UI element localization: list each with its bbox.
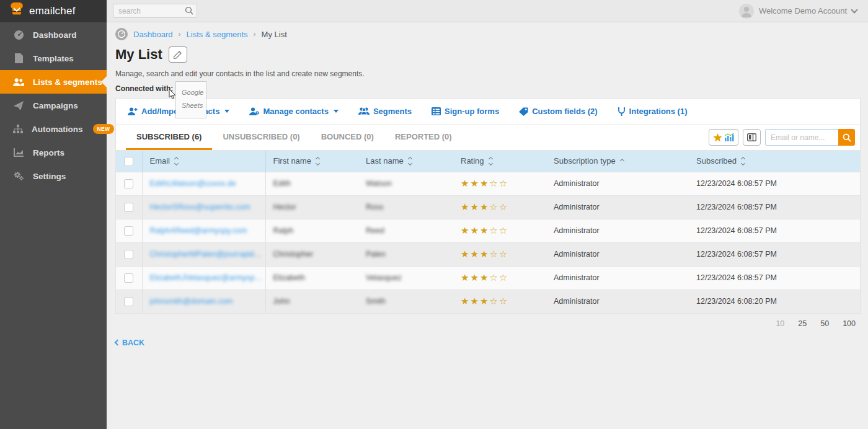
select-all-checkbox[interactable]: [124, 157, 133, 166]
back-button[interactable]: BACK: [115, 338, 144, 347]
connected-with-label: Connected with:: [115, 84, 173, 93]
sidebar-item-automations[interactable]: Automations NEW: [0, 117, 107, 141]
tab-bounced[interactable]: BOUNCED (0): [311, 125, 384, 150]
account-label: Welcome Demo Account: [759, 6, 847, 15]
row-checkbox[interactable]: [124, 273, 133, 283]
file-icon: [13, 53, 24, 63]
topbar: emailchef Welcome Demo Account: [0, 0, 868, 22]
row-checkbox[interactable]: [124, 203, 133, 212]
brand-logo[interactable]: emailchef: [0, 0, 107, 22]
chef-hat-icon: [9, 2, 25, 20]
subscribed-date: 12/23/2024 6:08:57 PM: [689, 219, 860, 242]
sidebar-item-reports[interactable]: Reports: [0, 141, 107, 164]
column-header-rating[interactable]: Rating: [461, 156, 546, 166]
column-header-email[interactable]: Email: [150, 156, 265, 166]
subscribed-date: 12/23/2024 6:08:20 PM: [689, 290, 860, 313]
row-checkbox[interactable]: [124, 226, 133, 236]
connected-with-row: Connected with: Google Sheets: [115, 84, 861, 94]
contact-first-name: Edith: [273, 179, 291, 188]
pencil-icon: [174, 51, 182, 59]
sitemap-icon: [13, 125, 23, 134]
rating-stars: ★★★☆☆: [461, 296, 508, 306]
breadcrumb-dashboard[interactable]: Dashboard: [133, 30, 173, 39]
edit-list-name-button[interactable]: [169, 46, 187, 63]
manage-contacts-button[interactable]: Manage contacts: [249, 107, 338, 116]
rating-stars: ★★★☆☆: [461, 225, 508, 236]
form-icon: [432, 107, 441, 115]
row-checkbox[interactable]: [124, 179, 133, 188]
search-icon: [185, 6, 193, 15]
contact-search-input[interactable]: [765, 129, 838, 146]
table-row: RalphAReed@armyspy.com Ralph Reed ★★★☆☆ …: [116, 219, 860, 242]
table-header-row: Email First name Last name Rating Subscr…: [116, 151, 860, 172]
column-header-first-name[interactable]: First name: [273, 156, 359, 166]
row-checkbox[interactable]: [124, 297, 133, 306]
page-size-25[interactable]: 25: [798, 319, 807, 328]
sidebar-item-templates[interactable]: Templates: [0, 46, 107, 70]
contact-last-name: Reed: [366, 226, 384, 235]
rating-stats-button[interactable]: [709, 129, 738, 146]
caret-down-icon: [334, 110, 339, 113]
sidebar-item-lists-segments[interactable]: Lists & segments: [0, 70, 107, 94]
segments-button[interactable]: Segments: [358, 107, 412, 116]
caret-down-icon: [224, 110, 229, 113]
contact-search: [765, 129, 855, 146]
subscription-type: Administrator: [546, 290, 689, 313]
mouse-cursor-icon: [169, 89, 176, 102]
account-menu[interactable]: Welcome Demo Account: [739, 4, 857, 19]
breadcrumb-home-icon[interactable]: [115, 28, 128, 40]
sidebar: Dashboard Templates Lists & segments Cam…: [0, 22, 107, 429]
page-subtitle: Manage, search and edit your contacts in…: [115, 69, 861, 78]
breadcrumb-separator: ›: [254, 30, 256, 38]
users-icon: [13, 77, 24, 87]
sidebar-item-dashboard[interactable]: Dashboard: [0, 23, 107, 46]
contact-search-button[interactable]: [838, 129, 855, 146]
subscription-type: Administrator: [546, 172, 689, 195]
contact-email-link[interactable]: johnsmith@domain.com: [150, 297, 263, 306]
tab-subscribed[interactable]: SUBSCRIBED (6): [126, 125, 212, 150]
rating-stars: ★★★☆☆: [461, 272, 508, 283]
contact-last-name: Ross: [366, 203, 383, 211]
chevron-left-icon: [115, 340, 121, 346]
row-checkbox[interactable]: [124, 250, 133, 259]
group-icon: [358, 107, 370, 115]
page-size-100[interactable]: 100: [843, 319, 856, 328]
sidebar-item-campaigns[interactable]: Campaigns: [0, 94, 107, 117]
rating-stars: ★★★☆☆: [461, 249, 508, 259]
page-size-50[interactable]: 50: [820, 319, 829, 328]
page-size-10[interactable]: 10: [776, 319, 784, 328]
subscribed-date: 12/23/2024 6:08:57 PM: [689, 195, 860, 219]
contact-first-name: Christopher: [273, 250, 314, 259]
plug-icon: [618, 107, 626, 116]
rating-stars: ★★★☆☆: [461, 178, 508, 188]
contact-first-name: Hector: [273, 203, 296, 211]
sort-icon: [175, 157, 178, 165]
sign-up-forms-button[interactable]: Sign-up forms: [432, 107, 499, 116]
breadcrumb: Dashboard › Lists & segments › My List: [115, 27, 861, 41]
column-header-subscription-type[interactable]: Subscription type: [554, 156, 689, 166]
contact-first-name: Elizabeth: [273, 273, 305, 282]
sort-icon: [316, 157, 319, 165]
subscription-type: Administrator: [546, 266, 689, 290]
contact-email-link[interactable]: ElizabethJVelasquez@armyspy.c...: [150, 273, 263, 282]
custom-fields-button[interactable]: Custom fields (2): [519, 107, 597, 116]
sidebar-item-settings[interactable]: Settings: [0, 164, 107, 188]
user-gear-icon: [249, 107, 259, 116]
contact-email-link[interactable]: RalphAReed@armyspy.com: [150, 226, 263, 235]
tab-unsubscribed[interactable]: UNSUBSCRIBED (0): [212, 125, 310, 150]
column-header-last-name[interactable]: Last name: [366, 156, 453, 166]
contact-email-link[interactable]: ChristopherMPalen@jourrapide.c...: [150, 250, 263, 259]
sort-icon: [742, 157, 745, 165]
page-title: My List: [115, 46, 162, 63]
columns-toggle-button[interactable]: [743, 129, 761, 146]
integrations-button[interactable]: Integrations (1): [618, 107, 688, 116]
subscribed-date: 12/23/2024 6:08:57 PM: [689, 242, 860, 266]
avatar: [739, 4, 754, 19]
breadcrumb-separator: ›: [179, 30, 181, 38]
breadcrumb-lists-segments[interactable]: Lists & segments: [187, 30, 248, 39]
column-header-subscribed[interactable]: Subscribed: [696, 156, 860, 166]
tab-reported[interactable]: REPORTED (0): [384, 125, 463, 150]
contact-email-link[interactable]: EdithLWatson@cuvox.de: [150, 179, 263, 188]
table-row: ChristopherMPalen@jourrapide.c... Christ…: [116, 242, 860, 266]
contact-email-link[interactable]: HectorSRoss@superrito.com: [150, 203, 263, 211]
